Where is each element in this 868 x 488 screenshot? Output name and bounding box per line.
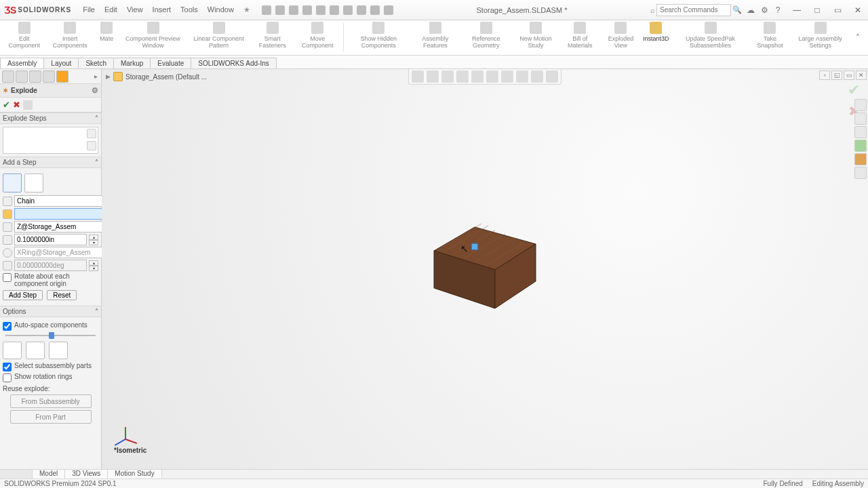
autospace-slider[interactable] [3, 332, 98, 339]
display-style-icon[interactable] [486, 70, 498, 83]
direction-input[interactable] [14, 221, 106, 232]
step-redo-icon[interactable] [87, 141, 96, 150]
flyout-feature-tree[interactable]: ▶ Storage_Assem (Default ... [106, 72, 207, 81]
window-close-button[interactable]: ✕ [848, 3, 868, 17]
pm-pushpin-icon[interactable] [23, 100, 33, 110]
select-subassembly-checkbox[interactable]: Select subassembly parts [3, 362, 98, 371]
cloud-icon[interactable]: ☁ [746, 5, 755, 15]
menu-file[interactable]: File [79, 4, 98, 16]
vp-restore-icon[interactable]: ◱ [831, 70, 842, 80]
cmd-new-motion-study[interactable]: New Motion Study [513, 22, 558, 54]
tab-markup[interactable]: Markup [113, 58, 151, 68]
tab-scroll-area[interactable] [0, 470, 33, 479]
display-manager-tab-icon[interactable] [56, 70, 68, 83]
view-settings-icon[interactable] [546, 70, 558, 83]
taskpane-custom-props-icon[interactable] [854, 167, 867, 179]
qat-options-icon[interactable] [384, 5, 393, 15]
pm-ok-button[interactable]: ✔ [3, 100, 10, 110]
tab-assembly[interactable]: Assembly [0, 58, 44, 68]
tab-motion-study[interactable]: Motion Study [108, 470, 161, 479]
cmd-take-snapshot[interactable]: Take Snapshot [751, 22, 789, 54]
cmd-assembly-features[interactable]: Assembly Features [412, 22, 459, 54]
tab-3d-views[interactable]: 3D Views [65, 470, 108, 479]
regular-step-button[interactable] [3, 174, 22, 192]
from-part-button[interactable]: From Part [10, 410, 92, 424]
explode-steps-listbox[interactable] [3, 127, 98, 154]
vp-close-icon[interactable]: ✕ [856, 70, 867, 80]
tab-model[interactable]: Model [33, 470, 65, 479]
tab-layout[interactable]: Layout [43, 58, 79, 68]
select-subassembly-input[interactable] [3, 363, 12, 371]
cmd-show-hidden[interactable]: Show Hidden Components [348, 22, 410, 54]
pm-settings-icon[interactable]: ⚙ [92, 86, 98, 95]
chain-input[interactable] [14, 195, 106, 207]
zoom-area-icon[interactable] [427, 70, 439, 83]
taskpane-file-explorer-icon[interactable] [854, 126, 867, 138]
dimxpert-manager-tab-icon[interactable] [43, 70, 55, 83]
component-selection-input[interactable] [14, 208, 106, 220]
reset-button[interactable]: Reset [47, 290, 77, 300]
qat-home-icon[interactable] [262, 5, 271, 15]
ribbon-collapse-button[interactable]: ˄ [852, 30, 864, 45]
orientation-triad[interactable] [117, 418, 141, 442]
property-manager-tab-icon[interactable] [16, 70, 28, 83]
qat-undo-icon[interactable] [330, 5, 339, 15]
from-subassembly-button[interactable]: From Subassembly [10, 394, 92, 408]
feature-manager-tab-icon[interactable] [2, 70, 14, 83]
distance-input[interactable] [14, 234, 87, 245]
show-rotation-rings-checkbox[interactable]: Show rotation rings [3, 373, 98, 382]
search-input[interactable] [656, 4, 731, 16]
tab-evaluate[interactable]: Evaluate [150, 58, 191, 68]
previous-view-icon[interactable] [441, 70, 454, 83]
cmd-mate[interactable]: Mate [96, 22, 117, 54]
window-minimize-button[interactable]: — [787, 3, 807, 17]
qat-select-icon[interactable] [357, 5, 366, 15]
autospace-input[interactable] [3, 322, 12, 331]
qat-open-icon[interactable] [289, 5, 298, 15]
cmd-edit-component[interactable]: Edit Component [4, 22, 44, 54]
view-orientation-icon[interactable] [471, 70, 484, 83]
menu-view[interactable]: View [123, 4, 146, 16]
cmd-large-assembly[interactable]: Large Assembly Settings [791, 22, 849, 54]
step-undo-icon[interactable] [87, 129, 96, 138]
pm-cancel-button[interactable]: ✖ [13, 100, 20, 110]
section-view-icon[interactable] [456, 70, 469, 83]
taskpane-appearances-icon[interactable] [854, 153, 867, 165]
window-maximize-button[interactable]: ▭ [827, 3, 848, 17]
distance-spinner[interactable]: ▴▾ [89, 235, 98, 245]
cmd-update-speedpak[interactable]: Update SpeedPak Subassemblies [672, 22, 748, 54]
menu-window[interactable]: Window [204, 4, 237, 16]
menu-tools[interactable]: Tools [177, 4, 201, 16]
section-add-step-hdr[interactable]: Add a Step˄ [0, 157, 101, 168]
taskpane-view-palette-icon[interactable] [854, 140, 867, 152]
tab-sketch[interactable]: Sketch [78, 58, 114, 68]
edit-appearance-icon[interactable] [516, 70, 528, 83]
notifications-icon[interactable]: ⚙ [760, 5, 769, 15]
qat-save-icon[interactable] [302, 5, 312, 15]
vp-maximize-icon[interactable]: ▭ [844, 70, 854, 80]
tab-addins[interactable]: SOLIDWORKS Add-Ins [191, 58, 276, 68]
qat-rebuild-icon[interactable] [370, 5, 380, 15]
autospace-checkbox[interactable]: Auto-space components [3, 321, 98, 331]
taskpane-design-library-icon[interactable] [854, 113, 867, 125]
qat-redo-icon[interactable] [343, 5, 353, 15]
rotate-about-checkbox[interactable]: Rotate about each component origin [3, 272, 98, 287]
tree-expand-icon[interactable]: ▶ [106, 73, 111, 80]
rotate-about-input[interactable] [3, 273, 12, 282]
cmd-linear-pattern[interactable]: Linear Component Pattern [189, 22, 249, 54]
graphics-viewport[interactable]: ▶ Storage_Assem (Default ... ▫ ◱ ▭ ✕ ✔ ✖ [102, 69, 868, 469]
search-box[interactable]: ⌕ 🔍 [650, 4, 742, 16]
taskpane-resources-icon[interactable] [854, 99, 867, 111]
hide-show-icon[interactable] [501, 70, 513, 83]
vp-collapse-icon[interactable]: ▫ [819, 70, 830, 80]
bbox-btn-2[interactable] [26, 342, 45, 359]
confirm-ok-icon[interactable]: ✔ [848, 81, 860, 99]
rotation-spinner[interactable]: ▴▾ [89, 260, 98, 271]
configuration-manager-tab-icon[interactable] [29, 70, 41, 83]
menu-insert[interactable]: Insert [149, 4, 175, 16]
search-go-icon[interactable]: 🔍 [732, 5, 742, 14]
window-restore-button[interactable]: □ [807, 3, 827, 17]
model-3d-box[interactable] [427, 217, 542, 321]
cmd-insert-components[interactable]: Insert Components [47, 22, 93, 54]
cmd-instant3d[interactable]: Instant3D [642, 22, 669, 54]
